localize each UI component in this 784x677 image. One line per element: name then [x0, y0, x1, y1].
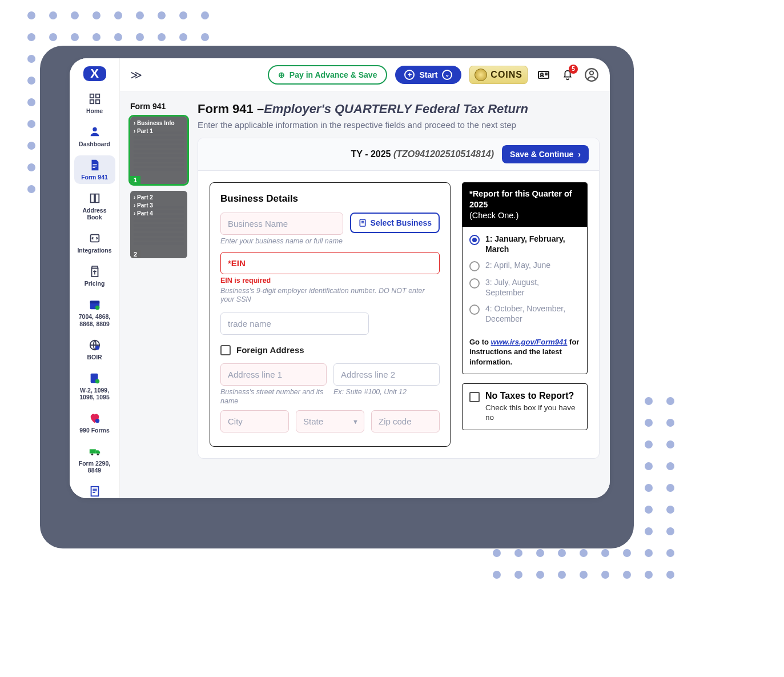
nav-2290[interactable]: Form 2290, 8849	[74, 442, 115, 477]
irs-link[interactable]: www.irs.gov/Form941	[491, 338, 568, 346]
radio-icon	[469, 305, 480, 315]
ein-input[interactable]: *EIN	[220, 252, 440, 274]
no-taxes-checkbox[interactable]	[469, 392, 480, 402]
svg-rect-3	[95, 100, 99, 103]
page-title: Form 941 –Employer's QUARTERLY Federal T…	[198, 102, 600, 117]
start-label: Start	[419, 70, 437, 79]
topbar: ≫ ⊕ Pay in Advance & Save + Start ⌄ COIN…	[120, 58, 610, 91]
nav-integrations[interactable]: Integrations	[74, 229, 115, 257]
nav-label: W-2, 1099, 1098, 1095	[75, 387, 114, 400]
coin-icon	[475, 69, 487, 81]
no-taxes-sub: Check this box if you have no	[485, 403, 580, 423]
nav-990[interactable]: 990 Forms	[74, 408, 115, 437]
nav-label: Address Book	[75, 207, 114, 221]
nav-label: Home	[86, 107, 103, 114]
addr1-hint: Business's street number and its name	[220, 388, 327, 406]
thumb-line: › Part 1	[134, 128, 184, 134]
calendar-icon	[89, 298, 101, 311]
nav-dashboard[interactable]: Dashboard	[74, 122, 115, 151]
business-name-hint: Enter your business name or full name	[220, 237, 343, 246]
radio-icon	[469, 235, 480, 245]
nav-addressbook[interactable]: Address Book	[74, 189, 115, 224]
ein-hint: Business's 9-digit employer identificati…	[220, 287, 440, 305]
foreign-address-label: Foreign Address	[236, 345, 304, 355]
nav-label: Dashboard	[79, 141, 110, 147]
no-taxes-title: No Taxes to Report?	[485, 391, 580, 401]
truck-icon	[89, 445, 101, 458]
quarter-panel: *Report for this Quarter of 2025 (Check …	[462, 182, 588, 374]
select-business-button[interactable]: Select Business	[350, 213, 440, 233]
city-input[interactable]	[220, 410, 289, 432]
profile-button[interactable]	[584, 67, 600, 83]
radio-icon	[469, 278, 480, 289]
thumb-page-2[interactable]: › Part 2 › Part 3 › Part 4 2	[130, 191, 187, 258]
globe-icon	[89, 339, 101, 351]
radio-icon	[469, 261, 480, 271]
notifications-button[interactable]: 5	[560, 67, 576, 83]
thumb-line: › Part 4	[134, 210, 184, 217]
svg-point-13	[95, 419, 99, 423]
nav-pricing[interactable]: Pricing	[74, 262, 115, 290]
address-line1-input[interactable]	[220, 363, 327, 386]
chevron-right-icon: ›	[578, 150, 581, 159]
ein-error: EIN is required	[220, 277, 440, 285]
svg-point-10	[95, 345, 99, 349]
document-icon	[89, 159, 101, 171]
id-card-button[interactable]	[536, 67, 552, 83]
plus-circle-icon: ⊕	[278, 70, 285, 79]
svg-point-16	[97, 453, 99, 455]
state-select[interactable]	[296, 410, 364, 432]
code-icon	[89, 232, 101, 245]
quarter-footnote: Go to www.irs.gov/Form941 for instructio…	[463, 331, 587, 374]
nav-extensions[interactable]: 7004, 4868, 8868, 8809	[74, 295, 115, 330]
tax-year-label: TY - 2025 (TZO941202510514814)	[351, 149, 494, 159]
nav-label: 990 Forms	[79, 427, 110, 434]
nav-label: Integrations	[77, 247, 111, 254]
foreign-address-checkbox[interactable]	[220, 345, 231, 355]
svg-point-12	[95, 379, 99, 383]
nav-label: Form 941	[81, 174, 108, 181]
quarter-option-2[interactable]: 2: April, May, June	[469, 260, 580, 271]
trade-name-input[interactable]	[220, 313, 369, 335]
thumb-num: 2	[130, 250, 140, 258]
nav-label: 7004, 4868, 8868, 8809	[75, 313, 114, 327]
thumb-page-1[interactable]: › Business Info › Part 1 1	[130, 117, 187, 184]
nav-home[interactable]: Home	[74, 89, 115, 118]
business-name-input[interactable]	[220, 213, 343, 235]
form-card: TY - 2025 (TZO941202510514814) Save & Co…	[198, 138, 600, 459]
svg-rect-2	[90, 100, 93, 103]
pay-advance-button[interactable]: ⊕ Pay in Advance & Save	[268, 65, 388, 85]
svg-point-8	[95, 306, 99, 310]
svg-point-21	[590, 71, 594, 75]
thumb-line: › Business Info	[134, 120, 184, 126]
app-logo[interactable]: X	[83, 66, 106, 81]
thumb-title: Form 941	[130, 102, 187, 111]
plus-icon: +	[404, 70, 415, 80]
business-details-panel: Business Details Enter your business nam…	[210, 182, 451, 447]
notif-count: 5	[569, 65, 578, 74]
nav-w2[interactable]: W-2, 1099, 1098, 1095	[74, 368, 115, 404]
nav-more[interactable]	[74, 482, 115, 498]
nav-label: Pricing	[85, 280, 105, 287]
address-line2-input[interactable]	[333, 363, 440, 386]
menu-toggle-icon[interactable]: ≫	[130, 68, 142, 82]
start-button[interactable]: + Start ⌄	[395, 66, 461, 84]
svg-rect-7	[90, 301, 99, 304]
coins-badge[interactable]: COINS	[469, 66, 528, 84]
receipt-icon	[89, 485, 101, 498]
quarter-option-3[interactable]: 3: July, August, September	[469, 277, 580, 298]
save-continue-button[interactable]: Save & Continue ›	[502, 145, 589, 163]
w2-icon	[89, 372, 101, 384]
dashboard-icon	[89, 126, 101, 138]
sidebar: X Home Dashboard Form 941 Address Book I…	[70, 58, 120, 498]
quarter-option-1[interactable]: 1: January, February, March	[469, 234, 580, 254]
page-thumbnails: Form 941 › Business Info › Part 1 1 › Pa…	[130, 102, 187, 488]
svg-rect-14	[89, 449, 95, 453]
svg-point-15	[91, 453, 93, 455]
thumb-line: › Part 2	[134, 194, 184, 201]
nav-form941[interactable]: Form 941	[74, 155, 115, 184]
quarter-option-4[interactable]: 4: October, November, December	[469, 303, 580, 324]
nav-boir[interactable]: BOIR	[74, 335, 115, 364]
zip-input[interactable]	[371, 410, 440, 432]
app-window: X Home Dashboard Form 941 Address Book I…	[70, 58, 610, 498]
